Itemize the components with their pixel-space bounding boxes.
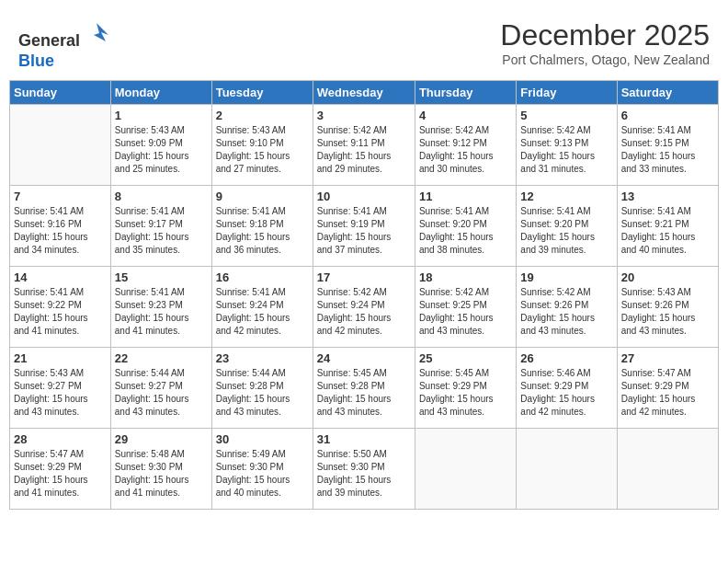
day-info: Sunrise: 5:44 AM Sunset: 9:27 PM Dayligh… bbox=[115, 367, 208, 419]
day-number: 12 bbox=[520, 190, 612, 203]
day-info: Sunrise: 5:42 AM Sunset: 9:24 PM Dayligh… bbox=[317, 286, 411, 338]
calendar-cell: 7Sunrise: 5:41 AM Sunset: 9:16 PM Daylig… bbox=[10, 186, 111, 267]
day-number: 15 bbox=[115, 270, 208, 284]
calendar-cell: 31Sunrise: 5:50 AM Sunset: 9:30 PM Dayli… bbox=[313, 429, 415, 510]
calendar-cell: 3Sunrise: 5:42 AM Sunset: 9:11 PM Daylig… bbox=[313, 105, 415, 186]
calendar-cell: 23Sunrise: 5:44 AM Sunset: 9:28 PM Dayli… bbox=[211, 348, 313, 429]
weekday-header-monday: Monday bbox=[110, 81, 211, 105]
calendar-cell: 26Sunrise: 5:46 AM Sunset: 9:29 PM Dayli… bbox=[517, 348, 617, 429]
day-number: 6 bbox=[621, 109, 714, 122]
calendar-cell: 27Sunrise: 5:47 AM Sunset: 9:29 PM Dayli… bbox=[617, 348, 718, 429]
calendar-cell: 2Sunrise: 5:43 AM Sunset: 9:10 PM Daylig… bbox=[211, 105, 313, 186]
day-info: Sunrise: 5:47 AM Sunset: 9:29 PM Dayligh… bbox=[621, 367, 714, 419]
calendar-cell: 16Sunrise: 5:41 AM Sunset: 9:24 PM Dayli… bbox=[211, 267, 313, 348]
day-info: Sunrise: 5:43 AM Sunset: 9:27 PM Dayligh… bbox=[14, 367, 107, 419]
day-info: Sunrise: 5:42 AM Sunset: 9:13 PM Dayligh… bbox=[520, 124, 612, 176]
calendar-cell bbox=[617, 429, 718, 510]
day-number: 28 bbox=[14, 432, 107, 446]
calendar-cell: 22Sunrise: 5:44 AM Sunset: 9:27 PM Dayli… bbox=[110, 348, 211, 429]
month-title: December 2025 bbox=[500, 18, 710, 52]
day-info: Sunrise: 5:41 AM Sunset: 9:19 PM Dayligh… bbox=[317, 205, 411, 257]
day-number: 4 bbox=[419, 109, 512, 122]
calendar-cell: 14Sunrise: 5:41 AM Sunset: 9:22 PM Dayli… bbox=[10, 267, 111, 348]
day-number: 13 bbox=[621, 190, 714, 203]
day-number: 14 bbox=[14, 270, 107, 284]
day-info: Sunrise: 5:43 AM Sunset: 9:09 PM Dayligh… bbox=[115, 124, 208, 176]
day-number: 22 bbox=[115, 351, 208, 365]
day-number: 17 bbox=[317, 270, 411, 284]
day-info: Sunrise: 5:41 AM Sunset: 9:16 PM Dayligh… bbox=[14, 205, 107, 257]
calendar-cell: 29Sunrise: 5:48 AM Sunset: 9:30 PM Dayli… bbox=[110, 429, 211, 510]
day-number: 16 bbox=[216, 270, 309, 284]
calendar-cell: 30Sunrise: 5:49 AM Sunset: 9:30 PM Dayli… bbox=[211, 429, 313, 510]
day-number: 30 bbox=[216, 432, 309, 446]
day-info: Sunrise: 5:41 AM Sunset: 9:18 PM Dayligh… bbox=[216, 205, 309, 257]
calendar-cell: 21Sunrise: 5:43 AM Sunset: 9:27 PM Dayli… bbox=[10, 348, 111, 429]
title-block: December 2025 Port Chalmers, Otago, New … bbox=[500, 18, 710, 67]
day-number: 26 bbox=[520, 351, 612, 365]
day-number: 24 bbox=[317, 351, 411, 365]
day-number: 2 bbox=[216, 109, 309, 122]
day-number: 25 bbox=[419, 351, 512, 365]
day-info: Sunrise: 5:41 AM Sunset: 9:24 PM Dayligh… bbox=[216, 286, 309, 338]
weekday-header-tuesday: Tuesday bbox=[211, 81, 313, 105]
calendar-cell: 12Sunrise: 5:41 AM Sunset: 9:20 PM Dayli… bbox=[517, 186, 617, 267]
day-info: Sunrise: 5:48 AM Sunset: 9:30 PM Dayligh… bbox=[115, 448, 208, 500]
day-info: Sunrise: 5:41 AM Sunset: 9:21 PM Dayligh… bbox=[621, 205, 714, 257]
week-row-2: 7Sunrise: 5:41 AM Sunset: 9:16 PM Daylig… bbox=[10, 186, 719, 267]
calendar-cell: 20Sunrise: 5:43 AM Sunset: 9:26 PM Dayli… bbox=[617, 267, 718, 348]
day-info: Sunrise: 5:42 AM Sunset: 9:25 PM Dayligh… bbox=[419, 286, 512, 338]
weekday-header-thursday: Thursday bbox=[415, 81, 516, 105]
calendar-cell: 18Sunrise: 5:42 AM Sunset: 9:25 PM Dayli… bbox=[415, 267, 516, 348]
day-info: Sunrise: 5:50 AM Sunset: 9:30 PM Dayligh… bbox=[317, 448, 411, 500]
weekday-header-saturday: Saturday bbox=[617, 81, 718, 105]
day-number: 20 bbox=[621, 270, 714, 284]
week-row-4: 21Sunrise: 5:43 AM Sunset: 9:27 PM Dayli… bbox=[10, 348, 719, 429]
day-info: Sunrise: 5:43 AM Sunset: 9:26 PM Dayligh… bbox=[621, 286, 714, 338]
calendar-table: SundayMondayTuesdayWednesdayThursdayFrid… bbox=[9, 80, 719, 510]
calendar-cell: 19Sunrise: 5:42 AM Sunset: 9:26 PM Dayli… bbox=[517, 267, 617, 348]
calendar-cell: 1Sunrise: 5:43 AM Sunset: 9:09 PM Daylig… bbox=[110, 105, 211, 186]
calendar-cell: 17Sunrise: 5:42 AM Sunset: 9:24 PM Dayli… bbox=[313, 267, 415, 348]
day-number: 18 bbox=[419, 270, 512, 284]
day-info: Sunrise: 5:43 AM Sunset: 9:10 PM Dayligh… bbox=[216, 124, 309, 176]
day-info: Sunrise: 5:41 AM Sunset: 9:17 PM Dayligh… bbox=[115, 205, 208, 257]
weekday-header-row: SundayMondayTuesdayWednesdayThursdayFrid… bbox=[10, 81, 719, 105]
calendar-cell: 11Sunrise: 5:41 AM Sunset: 9:20 PM Dayli… bbox=[415, 186, 516, 267]
calendar-cell bbox=[10, 105, 111, 186]
day-number: 1 bbox=[115, 109, 208, 122]
weekday-header-friday: Friday bbox=[517, 81, 617, 105]
calendar-cell: 24Sunrise: 5:45 AM Sunset: 9:28 PM Dayli… bbox=[313, 348, 415, 429]
day-number: 11 bbox=[419, 190, 512, 203]
calendar-cell: 15Sunrise: 5:41 AM Sunset: 9:23 PM Dayli… bbox=[110, 267, 211, 348]
day-info: Sunrise: 5:49 AM Sunset: 9:30 PM Dayligh… bbox=[216, 448, 309, 500]
day-number: 9 bbox=[216, 190, 309, 203]
logo-bird-icon bbox=[83, 18, 110, 46]
day-info: Sunrise: 5:41 AM Sunset: 9:15 PM Dayligh… bbox=[621, 124, 714, 176]
day-number: 7 bbox=[14, 190, 107, 203]
day-number: 8 bbox=[115, 190, 208, 203]
calendar-cell: 10Sunrise: 5:41 AM Sunset: 9:19 PM Dayli… bbox=[313, 186, 415, 267]
calendar-cell: 13Sunrise: 5:41 AM Sunset: 9:21 PM Dayli… bbox=[617, 186, 718, 267]
day-info: Sunrise: 5:41 AM Sunset: 9:20 PM Dayligh… bbox=[520, 205, 612, 257]
day-number: 3 bbox=[317, 109, 411, 122]
day-info: Sunrise: 5:44 AM Sunset: 9:28 PM Dayligh… bbox=[216, 367, 309, 419]
week-row-5: 28Sunrise: 5:47 AM Sunset: 9:29 PM Dayli… bbox=[10, 429, 719, 510]
calendar-cell: 5Sunrise: 5:42 AM Sunset: 9:13 PM Daylig… bbox=[517, 105, 617, 186]
calendar-cell bbox=[517, 429, 617, 510]
calendar-cell: 8Sunrise: 5:41 AM Sunset: 9:17 PM Daylig… bbox=[110, 186, 211, 267]
day-number: 19 bbox=[520, 270, 612, 284]
day-info: Sunrise: 5:41 AM Sunset: 9:23 PM Dayligh… bbox=[115, 286, 208, 338]
day-info: Sunrise: 5:42 AM Sunset: 9:26 PM Dayligh… bbox=[520, 286, 612, 338]
logo-general: General bbox=[18, 31, 80, 50]
day-info: Sunrise: 5:41 AM Sunset: 9:20 PM Dayligh… bbox=[419, 205, 512, 257]
week-row-1: 1Sunrise: 5:43 AM Sunset: 9:09 PM Daylig… bbox=[10, 105, 719, 186]
calendar-cell: 4Sunrise: 5:42 AM Sunset: 9:12 PM Daylig… bbox=[415, 105, 516, 186]
day-info: Sunrise: 5:46 AM Sunset: 9:29 PM Dayligh… bbox=[520, 367, 612, 419]
day-number: 23 bbox=[216, 351, 309, 365]
day-number: 21 bbox=[14, 351, 107, 365]
day-info: Sunrise: 5:41 AM Sunset: 9:22 PM Dayligh… bbox=[14, 286, 107, 338]
day-number: 10 bbox=[317, 190, 411, 203]
day-number: 27 bbox=[621, 351, 714, 365]
day-info: Sunrise: 5:42 AM Sunset: 9:12 PM Dayligh… bbox=[419, 124, 512, 176]
